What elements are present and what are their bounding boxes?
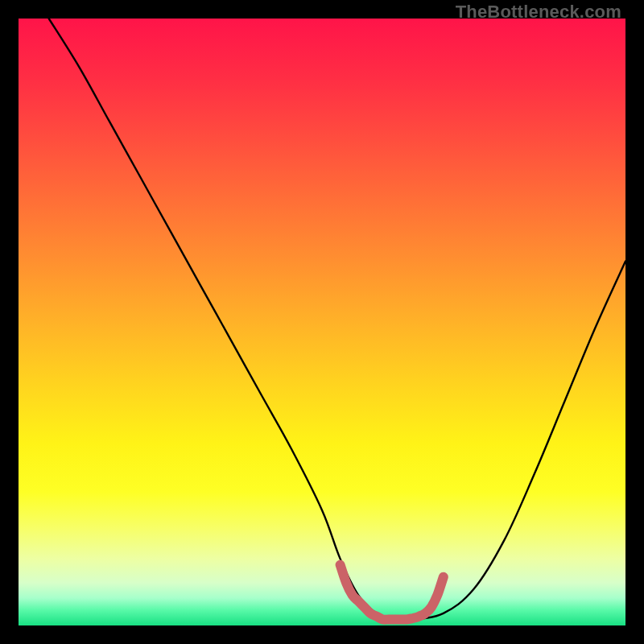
watermark-text: TheBottleneck.com [456,2,621,23]
background-gradient [19,19,625,625]
chart-frame [19,19,625,625]
